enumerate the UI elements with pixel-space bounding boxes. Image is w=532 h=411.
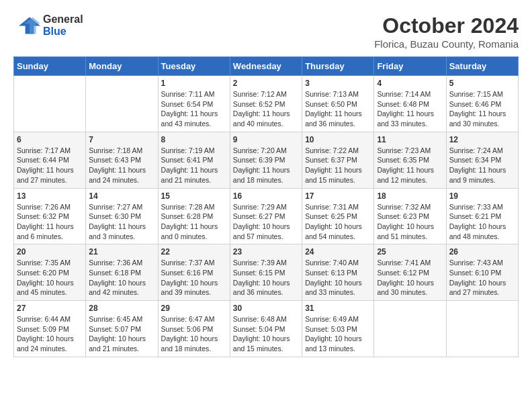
logo-blue-text: Blue (43, 26, 83, 38)
calendar-cell (14, 76, 86, 132)
day-number: 19 (449, 191, 515, 201)
day-info: Sunrise: 7:18 AM Sunset: 6:43 PM Dayligh… (89, 146, 154, 185)
page-header: General Blue October 2024 Florica, Buzau… (13, 13, 519, 50)
calendar-cell: 24Sunrise: 7:40 AM Sunset: 6:13 PM Dayli… (302, 244, 374, 301)
calendar-cell: 22Sunrise: 7:37 AM Sunset: 6:16 PM Dayli… (158, 244, 230, 301)
calendar-cell: 3Sunrise: 7:13 AM Sunset: 6:50 PM Daylig… (302, 76, 374, 132)
day-info: Sunrise: 7:15 AM Sunset: 6:46 PM Dayligh… (449, 89, 515, 129)
day-info: Sunrise: 7:37 AM Sunset: 6:16 PM Dayligh… (161, 258, 227, 298)
day-info: Sunrise: 7:13 AM Sunset: 6:50 PM Dayligh… (305, 89, 371, 129)
calendar-cell: 10Sunrise: 7:22 AM Sunset: 6:37 PM Dayli… (302, 132, 374, 188)
day-info: Sunrise: 7:17 AM Sunset: 6:44 PM Dayligh… (17, 146, 83, 185)
calendar-cell: 19Sunrise: 7:33 AM Sunset: 6:21 PM Dayli… (446, 188, 518, 244)
calendar-cell: 6Sunrise: 7:17 AM Sunset: 6:44 PM Daylig… (14, 132, 86, 188)
month-title: October 2024 (374, 13, 519, 38)
calendar-cell: 12Sunrise: 7:24 AM Sunset: 6:34 PM Dayli… (446, 132, 518, 188)
title-block: October 2024 Florica, Buzau County, Roma… (374, 13, 519, 50)
day-number: 31 (305, 304, 371, 313)
day-info: Sunrise: 7:27 AM Sunset: 6:30 PM Dayligh… (89, 202, 154, 242)
weekday-header: Sunday (14, 57, 86, 76)
day-info: Sunrise: 7:20 AM Sunset: 6:39 PM Dayligh… (233, 146, 299, 185)
weekday-header: Thursday (302, 57, 374, 76)
day-number: 21 (89, 247, 154, 257)
calendar-cell: 13Sunrise: 7:26 AM Sunset: 6:32 PM Dayli… (14, 188, 86, 244)
day-number: 25 (377, 247, 443, 257)
day-number: 11 (377, 135, 443, 144)
day-number: 3 (305, 79, 371, 88)
weekday-header: Friday (374, 57, 446, 76)
day-number: 4 (377, 79, 443, 88)
calendar-cell: 1Sunrise: 7:11 AM Sunset: 6:54 PM Daylig… (158, 76, 230, 132)
day-info: Sunrise: 7:39 AM Sunset: 6:15 PM Dayligh… (233, 258, 299, 298)
logo-icon (13, 15, 40, 36)
calendar-cell: 2Sunrise: 7:12 AM Sunset: 6:52 PM Daylig… (230, 76, 302, 132)
logo: General Blue (13, 13, 83, 37)
calendar-cell: 25Sunrise: 7:41 AM Sunset: 6:12 PM Dayli… (374, 244, 446, 301)
day-info: Sunrise: 7:29 AM Sunset: 6:27 PM Dayligh… (233, 202, 299, 242)
calendar-week-row: 6Sunrise: 7:17 AM Sunset: 6:44 PM Daylig… (14, 132, 519, 188)
weekday-header: Wednesday (230, 57, 302, 76)
day-number: 9 (233, 135, 299, 144)
calendar-cell: 20Sunrise: 7:35 AM Sunset: 6:20 PM Dayli… (14, 244, 86, 301)
day-info: Sunrise: 7:14 AM Sunset: 6:48 PM Dayligh… (377, 89, 443, 129)
day-info: Sunrise: 7:28 AM Sunset: 6:28 PM Dayligh… (161, 202, 227, 242)
weekday-header: Tuesday (158, 57, 230, 76)
calendar-cell: 14Sunrise: 7:27 AM Sunset: 6:30 PM Dayli… (86, 188, 158, 244)
day-info: Sunrise: 6:49 AM Sunset: 5:03 PM Dayligh… (305, 314, 371, 354)
day-number: 24 (305, 247, 371, 257)
calendar-cell (86, 76, 158, 132)
weekday-header: Saturday (446, 57, 518, 76)
day-info: Sunrise: 7:41 AM Sunset: 6:12 PM Dayligh… (377, 258, 443, 298)
day-number: 28 (89, 304, 154, 313)
calendar-cell: 27Sunrise: 6:44 AM Sunset: 5:09 PM Dayli… (14, 301, 86, 357)
day-number: 15 (161, 191, 227, 201)
calendar-cell: 21Sunrise: 7:36 AM Sunset: 6:18 PM Dayli… (86, 244, 158, 301)
day-number: 20 (17, 247, 83, 257)
calendar-week-row: 1Sunrise: 7:11 AM Sunset: 6:54 PM Daylig… (14, 76, 519, 132)
day-number: 29 (161, 304, 227, 313)
day-info: Sunrise: 7:31 AM Sunset: 6:25 PM Dayligh… (305, 202, 371, 242)
calendar-week-row: 27Sunrise: 6:44 AM Sunset: 5:09 PM Dayli… (14, 301, 519, 357)
day-number: 16 (233, 191, 299, 201)
day-number: 22 (161, 247, 227, 257)
day-number: 6 (17, 135, 83, 144)
calendar-week-row: 13Sunrise: 7:26 AM Sunset: 6:32 PM Dayli… (14, 188, 519, 244)
day-info: Sunrise: 7:23 AM Sunset: 6:35 PM Dayligh… (377, 146, 443, 185)
day-number: 12 (449, 135, 515, 144)
calendar-cell: 30Sunrise: 6:48 AM Sunset: 5:04 PM Dayli… (230, 301, 302, 357)
day-info: Sunrise: 7:36 AM Sunset: 6:18 PM Dayligh… (89, 258, 154, 298)
day-number: 2 (233, 79, 299, 88)
day-number: 26 (449, 247, 515, 257)
weekday-header: Monday (86, 57, 158, 76)
calendar-cell: 18Sunrise: 7:32 AM Sunset: 6:23 PM Dayli… (374, 188, 446, 244)
day-info: Sunrise: 7:33 AM Sunset: 6:21 PM Dayligh… (449, 202, 515, 242)
day-number: 13 (17, 191, 83, 201)
day-info: Sunrise: 7:11 AM Sunset: 6:54 PM Dayligh… (161, 89, 227, 129)
calendar-cell: 9Sunrise: 7:20 AM Sunset: 6:39 PM Daylig… (230, 132, 302, 188)
calendar-cell: 28Sunrise: 6:45 AM Sunset: 5:07 PM Dayli… (86, 301, 158, 357)
day-number: 5 (449, 79, 515, 88)
weekday-header-row: SundayMondayTuesdayWednesdayThursdayFrid… (14, 57, 519, 76)
calendar-cell: 5Sunrise: 7:15 AM Sunset: 6:46 PM Daylig… (446, 76, 518, 132)
day-info: Sunrise: 7:40 AM Sunset: 6:13 PM Dayligh… (305, 258, 371, 298)
day-info: Sunrise: 6:47 AM Sunset: 5:06 PM Dayligh… (161, 314, 227, 354)
day-info: Sunrise: 6:45 AM Sunset: 5:07 PM Dayligh… (89, 314, 154, 354)
calendar-cell (374, 301, 446, 357)
day-info: Sunrise: 6:44 AM Sunset: 5:09 PM Dayligh… (17, 314, 83, 354)
calendar-week-row: 20Sunrise: 7:35 AM Sunset: 6:20 PM Dayli… (14, 244, 519, 301)
day-number: 18 (377, 191, 443, 201)
day-info: Sunrise: 7:12 AM Sunset: 6:52 PM Dayligh… (233, 89, 299, 129)
day-number: 17 (305, 191, 371, 201)
logo-general-text: General (43, 13, 83, 26)
day-info: Sunrise: 7:26 AM Sunset: 6:32 PM Dayligh… (17, 202, 83, 242)
day-info: Sunrise: 7:32 AM Sunset: 6:23 PM Dayligh… (377, 202, 443, 242)
day-number: 30 (233, 304, 299, 313)
calendar-cell: 29Sunrise: 6:47 AM Sunset: 5:06 PM Dayli… (158, 301, 230, 357)
calendar-table: SundayMondayTuesdayWednesdayThursdayFrid… (13, 56, 519, 357)
day-info: Sunrise: 7:43 AM Sunset: 6:10 PM Dayligh… (449, 258, 515, 298)
calendar-cell: 31Sunrise: 6:49 AM Sunset: 5:03 PM Dayli… (302, 301, 374, 357)
day-number: 1 (161, 79, 227, 88)
calendar-cell: 7Sunrise: 7:18 AM Sunset: 6:43 PM Daylig… (86, 132, 158, 188)
day-number: 10 (305, 135, 371, 144)
day-info: Sunrise: 7:19 AM Sunset: 6:41 PM Dayligh… (161, 146, 227, 185)
